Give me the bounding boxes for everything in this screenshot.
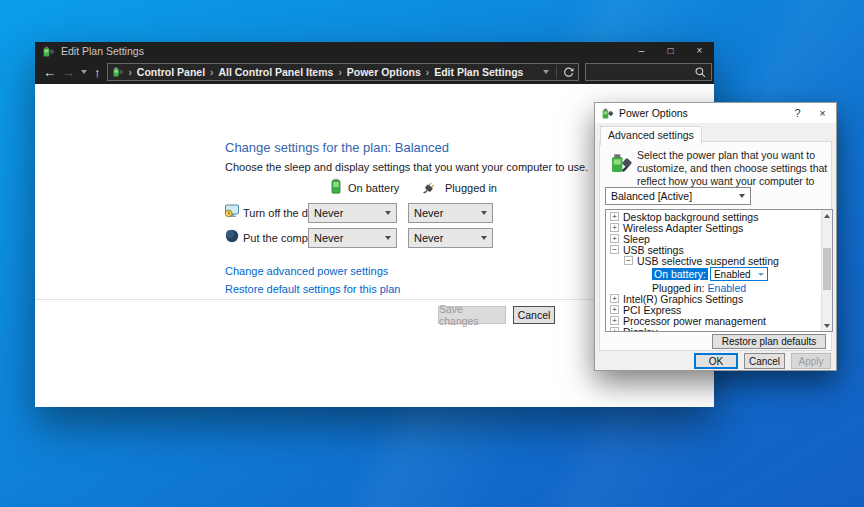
tree-item-processor-power-management[interactable]: + Processor power management <box>606 315 821 326</box>
display-icon <box>224 203 240 219</box>
desktop-background: Edit Plan Settings – □ × ← → ↑ › Control <box>0 0 864 507</box>
sleep-on-battery-value: Never <box>314 232 343 244</box>
breadcrumb-separator-icon: › <box>210 67 213 78</box>
tree-item-intel-graphics-settings[interactable]: + Intel(R) Graphics Settings <box>606 293 821 304</box>
chevron-down-icon <box>758 273 764 276</box>
tree-item-wireless-adapter-settings[interactable]: + Wireless Adapter Settings <box>606 222 821 233</box>
breadcrumb-separator-icon: › <box>426 67 429 78</box>
search-input[interactable] <box>590 66 694 78</box>
sleep-plugged-in-value: Never <box>414 232 443 244</box>
collapse-icon[interactable]: − <box>624 256 633 265</box>
search-icon[interactable] <box>694 66 707 79</box>
sleep-on-battery-select[interactable]: Never <box>308 228 397 248</box>
tree-item-on-battery[interactable]: On battery: Enabled <box>606 266 821 282</box>
tree-item-plugged-in[interactable]: Plugged in: Enabled <box>606 282 821 293</box>
restore-plan-defaults-button[interactable]: Restore plan defaults <box>712 334 826 349</box>
on-battery-selected-label[interactable]: On battery: <box>652 268 708 280</box>
close-button[interactable]: × <box>685 42 714 60</box>
breadcrumb-item-power-options[interactable]: Power Options <box>347 66 421 78</box>
window-titlebar: Edit Plan Settings – □ × <box>35 42 714 60</box>
power-plan-icon <box>609 151 633 175</box>
change-advanced-power-settings-link[interactable]: Change advanced power settings <box>225 265 388 277</box>
sleep-plugged-in-select[interactable]: Never <box>408 228 493 248</box>
maximize-button[interactable]: □ <box>656 42 685 60</box>
power-plan-select-value: Balanced [Active] <box>611 190 692 202</box>
breadcrumb-item-all-control-panel-items[interactable]: All Control Panel Items <box>218 66 333 78</box>
advanced-settings-page: Select the power plan that you want to c… <box>599 141 832 351</box>
display-on-battery-value: Never <box>314 207 343 219</box>
window-controls: – □ × <box>627 42 714 60</box>
page-title: Change settings for the plan: Balanced <box>225 140 449 155</box>
battery-icon <box>328 178 344 194</box>
dialog-titlebar: Power Options ? × <box>595 103 836 123</box>
page-subtitle: Choose the sleep and display settings th… <box>225 161 588 173</box>
display-on-battery-select[interactable]: Never <box>308 203 397 223</box>
display-plugged-in-select[interactable]: Never <box>408 203 493 223</box>
tree-item-pci-express[interactable]: + PCI Express <box>606 304 821 315</box>
chevron-down-icon <box>739 194 745 198</box>
dialog-tabstrip: Advanced settings <box>595 123 836 141</box>
address-bar: ← → ↑ › Control Panel › All Control Pane… <box>35 60 714 84</box>
breadcrumb-separator-icon: › <box>129 67 132 78</box>
expand-icon[interactable]: + <box>610 294 619 303</box>
display-plugged-in-value: Never <box>414 207 443 219</box>
tree-item-desktop-background-settings[interactable]: + Desktop background settings <box>606 211 821 222</box>
ok-button[interactable]: OK <box>694 353 738 369</box>
on-battery-value: Enabled <box>714 269 751 280</box>
search-box[interactable] <box>585 63 712 81</box>
tree-item-usb-selective-suspend[interactable]: − USB selective suspend setting <box>606 255 821 266</box>
dialog-cancel-button[interactable]: Cancel <box>744 353 785 369</box>
tree-item-sleep[interactable]: + Sleep <box>606 233 821 244</box>
expand-icon[interactable]: + <box>610 316 619 325</box>
power-plan-icon <box>112 66 124 78</box>
scroll-down-icon[interactable] <box>822 320 832 331</box>
plugged-in-column-header: Plugged in <box>445 182 497 194</box>
tab-advanced-settings[interactable]: Advanced settings <box>600 126 702 145</box>
expand-icon[interactable]: + <box>610 212 619 221</box>
scrollbar-thumb[interactable] <box>823 248 831 290</box>
restore-default-settings-link[interactable]: Restore default settings for this plan <box>225 283 400 295</box>
tree-rows: + Desktop background settings + Wireless… <box>606 211 821 331</box>
cancel-button[interactable]: Cancel <box>513 306 555 324</box>
window-title: Edit Plan Settings <box>61 45 627 57</box>
collapse-icon[interactable]: − <box>610 245 619 254</box>
recent-pages-chevron-icon[interactable] <box>81 70 87 74</box>
advanced-settings-tree: + Desktop background settings + Wireless… <box>605 209 833 332</box>
back-icon[interactable]: ← <box>43 66 56 79</box>
breadcrumb-item-control-panel[interactable]: Control Panel <box>137 66 205 78</box>
breadcrumb-item-edit-plan-settings[interactable]: Edit Plan Settings <box>434 66 523 78</box>
on-battery-column-header: On battery <box>348 182 399 194</box>
power-plan-icon <box>601 107 614 120</box>
expand-icon[interactable]: + <box>610 223 619 232</box>
chevron-down-icon <box>481 236 487 240</box>
minimize-button[interactable]: – <box>627 42 656 60</box>
up-icon[interactable]: ↑ <box>94 66 101 79</box>
tree-scrollbar[interactable] <box>821 210 832 331</box>
help-button[interactable]: ? <box>785 103 810 123</box>
breadcrumb-separator-icon: › <box>338 67 341 78</box>
chevron-down-icon <box>385 236 391 240</box>
save-changes-button[interactable]: Save changes <box>438 306 506 324</box>
chevron-down-icon <box>481 211 487 215</box>
power-plan-select[interactable]: Balanced [Active] <box>605 187 751 205</box>
address-history-chevron-icon[interactable] <box>543 70 549 74</box>
address-divider <box>556 65 557 79</box>
power-options-dialog: Power Options ? × Advanced settings Sele… <box>594 102 837 371</box>
forward-icon[interactable]: → <box>62 66 75 79</box>
expand-icon[interactable]: + <box>610 305 619 314</box>
power-plan-icon <box>42 45 55 58</box>
tree-item-display[interactable]: + Display <box>606 326 821 331</box>
on-battery-enabled-select[interactable]: Enabled <box>710 267 768 281</box>
dialog-close-button[interactable]: × <box>810 103 835 123</box>
dialog-title: Power Options <box>619 107 785 119</box>
chevron-down-icon <box>385 211 391 215</box>
scroll-up-icon[interactable] <box>822 210 832 221</box>
refresh-icon[interactable] <box>562 66 575 79</box>
tree-item-usb-settings[interactable]: − USB settings <box>606 244 821 255</box>
expand-icon[interactable]: + <box>610 327 619 331</box>
apply-button[interactable]: Apply <box>791 353 831 369</box>
breadcrumb[interactable]: › Control Panel › All Control Panel Item… <box>107 63 580 81</box>
moon-icon <box>224 228 240 244</box>
plug-icon <box>421 180 437 196</box>
expand-icon[interactable]: + <box>610 234 619 243</box>
